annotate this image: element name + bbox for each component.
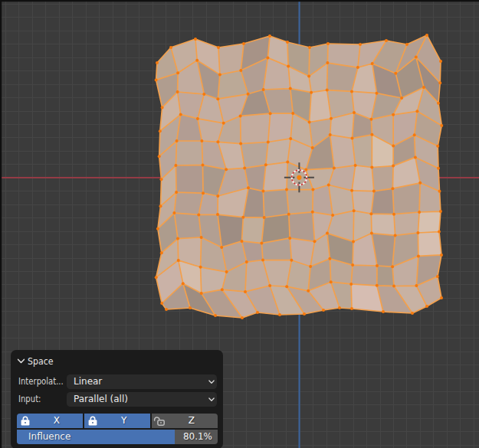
interpolation-value: Linear xyxy=(74,374,102,389)
influence-slider[interactable]: Influence 80.1% xyxy=(17,430,218,444)
lock-closed-icon xyxy=(20,415,31,426)
input-value: Parallel (all) xyxy=(74,392,128,407)
chevron-down-icon xyxy=(208,380,215,384)
axis-lock-row: X Y Z xyxy=(17,414,218,428)
panel-header[interactable]: Space xyxy=(11,354,223,368)
axis-toggle-y-label: Y xyxy=(98,414,151,428)
operator-redo-panel: Space Interpolat... Linear Input: Parall… xyxy=(11,350,223,448)
lock-closed-icon xyxy=(87,415,98,426)
chevron-down-icon[interactable] xyxy=(17,357,25,365)
axis-toggle-z-label: Z xyxy=(166,414,218,428)
editor-border-top xyxy=(0,0,479,2)
influence-slider-label: Influence xyxy=(28,430,71,444)
interpolation-row: Interpolat... Linear xyxy=(11,374,223,389)
input-row: Input: Parallel (all) xyxy=(11,392,223,407)
influence-slider-value: 80.1% xyxy=(183,430,212,444)
input-dropdown[interactable]: Parallel (all) xyxy=(67,392,218,407)
axis-toggle-y[interactable]: Y xyxy=(84,414,151,428)
chevron-down-icon xyxy=(208,397,215,402)
axis-toggle-z[interactable]: Z xyxy=(152,414,218,428)
blender-3d-viewport-editor: Space Interpolat... Linear Input: Parall… xyxy=(0,0,479,448)
interpolation-dropdown[interactable]: Linear xyxy=(67,374,218,389)
axis-toggle-x[interactable]: X xyxy=(17,414,84,428)
axis-toggle-x-label: X xyxy=(31,414,84,428)
input-label: Input: xyxy=(18,392,41,407)
editor-border-left xyxy=(0,0,2,448)
interpolation-label: Interpolat... xyxy=(18,374,64,389)
panel-title: Space xyxy=(28,355,54,367)
lock-open-icon xyxy=(153,415,165,426)
